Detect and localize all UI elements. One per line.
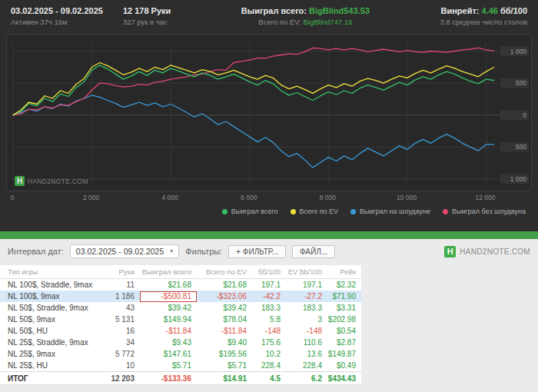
legend-item[interactable]: Всего по EV: [291, 208, 338, 215]
table-cell: 197.1: [252, 281, 286, 289]
table-cell: NL 25$, Straddle, 9max: [0, 338, 103, 347]
table-cell: $2.32: [327, 281, 361, 289]
table-cell: -$11.84: [197, 327, 252, 335]
column-header[interactable]: Рейк: [327, 267, 361, 276]
y-tick-label: 500: [516, 79, 526, 87]
interval-label: Интервал дат:: [8, 247, 64, 256]
table-row[interactable]: NL 25$, Straddle, 9max34$9.43$9.40175.61…: [0, 337, 361, 348]
column-header[interactable]: Тип игры: [0, 267, 103, 276]
results-table: Тип игрыРукиВыиграл всегоВсего по EVбб/1…: [0, 265, 361, 385]
y-tick-label: 1 000: [510, 48, 527, 55]
brand-logo-icon: H: [444, 246, 456, 257]
won-block: Выиграл всего: BigBlind543.53 Всего по E…: [241, 5, 370, 27]
table-cell: 183.3: [286, 304, 327, 312]
table-cell: $202.98: [327, 315, 361, 324]
report-header: 03.02.2025 - 09.02.2025 Активен 37ч 16м …: [0, 0, 538, 34]
column-header[interactable]: Выиграл всего: [140, 267, 197, 276]
table-cell: NL 25$, 9max: [0, 350, 103, 358]
table-cell: $21.68: [197, 281, 252, 289]
table-cell: $21.68: [140, 281, 197, 289]
legend-item[interactable]: Выиграл на шоудауне: [350, 208, 430, 215]
table-cell: $149.94: [140, 315, 197, 324]
table-cell: $2.87: [327, 338, 361, 347]
table-row[interactable]: NL 50$, 9max5 131$149.94$78.045.83$202.9…: [0, 314, 361, 325]
table-cell: $3.31: [327, 304, 361, 312]
y-tick-label: 500: [516, 143, 526, 151]
legend-dot-icon: [443, 209, 448, 214]
table-cell: NL 50$, Straddle, 9max: [0, 304, 103, 312]
table-cell: 43: [103, 304, 140, 312]
won-total-value: BigBlind543.53: [309, 6, 370, 15]
winnings-chart: 1 00050005001 000: [7, 35, 531, 191]
table-cell: $14.91: [197, 374, 252, 383]
ev-total-value: BigBlind747.16: [304, 18, 353, 26]
hands-block: 12 178 Руки 327 рук в час: [123, 5, 171, 27]
table-cell: 16: [103, 327, 140, 335]
table-cell: 10: [103, 361, 140, 370]
table-cell: $434.43: [327, 374, 361, 383]
table-cell: 175.6: [252, 338, 286, 347]
legend-label: Выиграл всего: [231, 208, 278, 215]
series-line: [13, 95, 494, 168]
chart-watermark: H HAND2NOTE.COM: [15, 176, 88, 186]
avg-tables: 3.8 среднее число столов: [440, 17, 527, 27]
table-cell: 12 203: [103, 374, 140, 383]
table-cell: $78.04: [197, 315, 252, 324]
legend-label: Всего по EV: [300, 208, 338, 215]
table-row[interactable]: NL 50$, HU16-$11.84-$11.84-148-148$0.54: [0, 325, 361, 337]
add-filter-button[interactable]: + ФИЛЬТР...: [228, 245, 286, 258]
brand-text: HAND2NOTE.COM: [460, 247, 530, 256]
table-cell: -148: [286, 327, 327, 335]
y-tick-label: 0: [523, 111, 526, 119]
table-cell: $39.42: [140, 304, 197, 312]
column-header[interactable]: бб/100: [252, 267, 286, 276]
table-cell: -$500.81: [140, 291, 197, 302]
chevron-down-icon: ▾: [170, 248, 173, 254]
table-cell: $147.61: [140, 350, 197, 358]
results-section: Интервал дат: 03.02.2025 - 09.02.2025 ▾ …: [0, 239, 538, 392]
column-header[interactable]: Всего по EV: [197, 267, 252, 276]
x-axis: 02 0004 0006 0008 00010 00012 000: [6, 193, 532, 204]
column-header[interactable]: EV bb/100: [286, 267, 327, 276]
table-cell: 10.2: [252, 350, 286, 358]
table-cell: $9.43: [140, 338, 197, 347]
table-cell: $195.56: [197, 350, 252, 358]
table-row[interactable]: NL 25$, HU10$5.71$5.71228.4228.4$0.49: [0, 360, 361, 371]
legend-item[interactable]: Выиграл без шоудауна: [443, 208, 526, 215]
y-tick-label: 1 000: [510, 175, 527, 183]
legend-dot-icon: [222, 209, 227, 214]
table-row[interactable]: NL 50$, Straddle, 9max43$39.42$39.42183.…: [0, 302, 361, 314]
report-panel: 03.02.2025 - 09.02.2025 Активен 37ч 16м …: [0, 0, 538, 231]
table-cell: -$133.36: [140, 374, 197, 383]
date-range-select[interactable]: 03.02.2025 - 09.02.2025 ▾: [70, 244, 179, 258]
table-cell: ИТОГ: [0, 374, 103, 383]
table-cell: NL 50$, HU: [0, 327, 103, 335]
table-row[interactable]: NL 100$, 9max1 186-$500.81-$323.06-42.2-…: [0, 291, 361, 302]
table-row[interactable]: NL 100$, Straddle, 9max11$21.68$21.68197…: [0, 279, 361, 291]
table-cell: 197.1: [286, 281, 327, 289]
winrate-block: Винрейт: 4.46 бб/100 3.8 среднее число с…: [440, 5, 527, 27]
hand2note-logo-icon: H: [15, 176, 25, 186]
legend-item[interactable]: Выиграл всего: [222, 208, 278, 215]
hands-count: 12 178 Руки: [123, 5, 171, 17]
hands-per-hour: 327 рук в час: [123, 17, 171, 27]
table-cell: -27.2: [286, 292, 327, 301]
table-cell: -148: [252, 327, 286, 335]
table-row[interactable]: NL 25$, 9max5 772$147.61$195.5610.213.6$…: [0, 348, 361, 360]
legend-label: Выиграл без шоудауна: [452, 208, 526, 215]
table-cell: 4.5: [252, 374, 286, 383]
file-button[interactable]: ФАЙЛ...: [292, 245, 335, 258]
active-time: Активен 37ч 16м: [11, 17, 103, 27]
x-tick-label: 6 000: [241, 194, 257, 201]
legend-dot-icon: [350, 209, 356, 214]
x-tick-label: 10 000: [397, 194, 417, 201]
table-cell: 110.6: [286, 338, 327, 347]
series-line: [13, 48, 494, 115]
table-cell: $0.54: [327, 327, 361, 335]
table-cell: $149.87: [327, 350, 361, 358]
column-header[interactable]: Руки: [103, 267, 140, 276]
table-cell: 5.8: [252, 315, 286, 324]
table-cell: $0.49: [327, 361, 361, 370]
table-header-row: Тип игрыРукиВыиграл всегоВсего по EVбб/1…: [0, 265, 361, 279]
legend-dot-icon: [291, 209, 296, 214]
